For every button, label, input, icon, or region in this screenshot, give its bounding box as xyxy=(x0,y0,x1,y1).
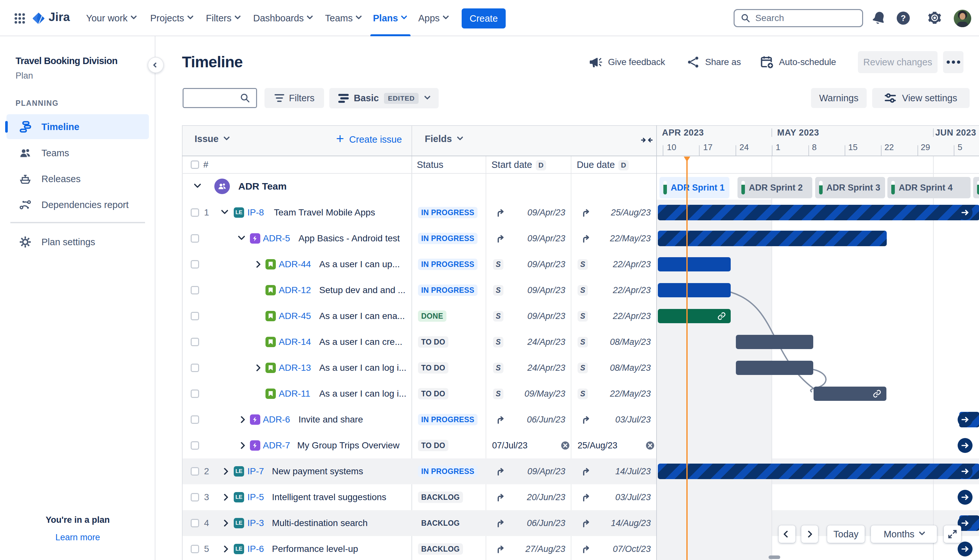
svg-text:?: ? xyxy=(900,13,906,23)
